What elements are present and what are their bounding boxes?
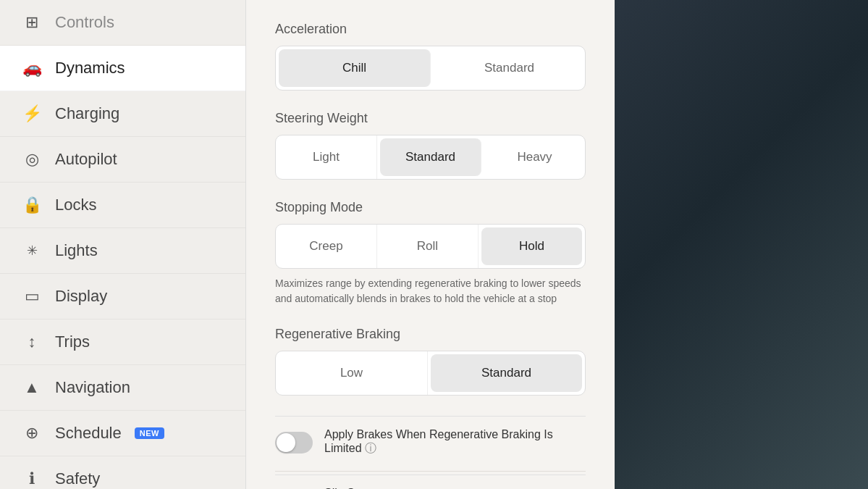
lock-icon: 🔒 — [22, 196, 42, 214]
regen-low-button[interactable]: Low — [276, 351, 428, 395]
stopping-roll-button[interactable]: Roll — [377, 225, 479, 268]
slip-start-row: Slip Start Use to help free vehicle stuc… — [275, 475, 586, 489]
controls-icon: ⊞ — [22, 13, 42, 32]
steering-weight-title: Steering Weight — [275, 111, 586, 126]
sidebar-item-charging[interactable]: ⚡ Charging — [0, 91, 245, 137]
trips-icon: ↕ — [22, 333, 42, 351]
divider — [275, 471, 586, 472]
stopping-hold-button[interactable]: Hold — [481, 227, 582, 265]
main-content: Acceleration Chill Standard Steering Wei… — [246, 0, 615, 489]
stopping-mode-button-group: Creep Roll Hold — [275, 224, 586, 269]
regen-standard-button[interactable]: Standard — [431, 354, 582, 392]
schedule-icon: ⊕ — [22, 424, 42, 443]
apply-brakes-label-group: Apply Brakes When Regenerative Braking I… — [324, 428, 586, 456]
regen-braking-section: Regenerative Braking Low Standard — [275, 327, 586, 396]
autopilot-icon: ◎ — [22, 150, 42, 169]
sidebar-item-dynamics[interactable]: 🚗 Dynamics — [0, 46, 245, 91]
car-icon: 🚗 — [22, 59, 42, 78]
display-icon: ▭ — [22, 287, 42, 306]
new-badge: NEW — [135, 427, 164, 439]
sidebar-item-navigation[interactable]: ▲ Navigation — [0, 365, 245, 411]
sidebar-item-safety[interactable]: ℹ Safety — [0, 456, 245, 489]
steering-weight-section: Steering Weight Light Standard Heavy — [275, 111, 586, 180]
info-icon[interactable]: ⓘ — [365, 442, 376, 454]
steering-heavy-button[interactable]: Heavy — [484, 135, 585, 179]
acceleration-button-group: Chill Standard — [275, 46, 586, 91]
steering-standard-button[interactable]: Standard — [380, 138, 481, 176]
sidebar-item-controls[interactable]: ⊞ Controls — [0, 0, 245, 46]
safety-icon: ℹ — [22, 469, 42, 488]
right-panel — [615, 0, 868, 489]
regen-braking-title: Regenerative Braking — [275, 327, 586, 342]
steering-weight-button-group: Light Standard Heavy — [275, 135, 586, 180]
acceleration-standard-button[interactable]: Standard — [434, 46, 585, 90]
stopping-mode-title: Stopping Mode — [275, 200, 586, 215]
apply-brakes-title: Apply Brakes When Regenerative Braking I… — [324, 428, 586, 456]
apply-brakes-row: Apply Brakes When Regenerative Braking I… — [275, 416, 586, 468]
steering-light-button[interactable]: Light — [276, 135, 377, 179]
toggle-knob — [277, 433, 295, 452]
sidebar-item-display[interactable]: ▭ Display — [0, 274, 245, 319]
navigation-icon: ▲ — [22, 378, 42, 397]
stopping-mode-description: Maximizes range by extending regenerativ… — [275, 276, 586, 306]
stopping-mode-section: Stopping Mode Creep Roll Hold Maximizes … — [275, 200, 586, 306]
sidebar-item-locks[interactable]: 🔒 Locks — [0, 183, 245, 228]
regen-braking-button-group: Low Standard — [275, 351, 586, 396]
acceleration-chill-button[interactable]: Chill — [279, 49, 431, 87]
charging-icon: ⚡ — [22, 104, 42, 123]
acceleration-title: Acceleration — [275, 22, 586, 37]
stopping-creep-button[interactable]: Creep — [276, 225, 377, 268]
sidebar: ⊞ Controls 🚗 Dynamics ⚡ Charging ◎ Autop… — [0, 0, 246, 489]
lights-icon: ✳ — [22, 243, 42, 259]
sidebar-item-label: Controls — [55, 13, 114, 32]
acceleration-section: Acceleration Chill Standard — [275, 22, 586, 91]
sidebar-item-trips[interactable]: ↕ Trips — [0, 319, 245, 365]
apply-brakes-toggle[interactable] — [275, 432, 313, 454]
sidebar-item-autopilot[interactable]: ◎ Autopilot — [0, 137, 245, 183]
sidebar-item-lights[interactable]: ✳ Lights — [0, 228, 245, 274]
sidebar-item-schedule[interactable]: ⊕ Schedule NEW — [0, 411, 245, 456]
